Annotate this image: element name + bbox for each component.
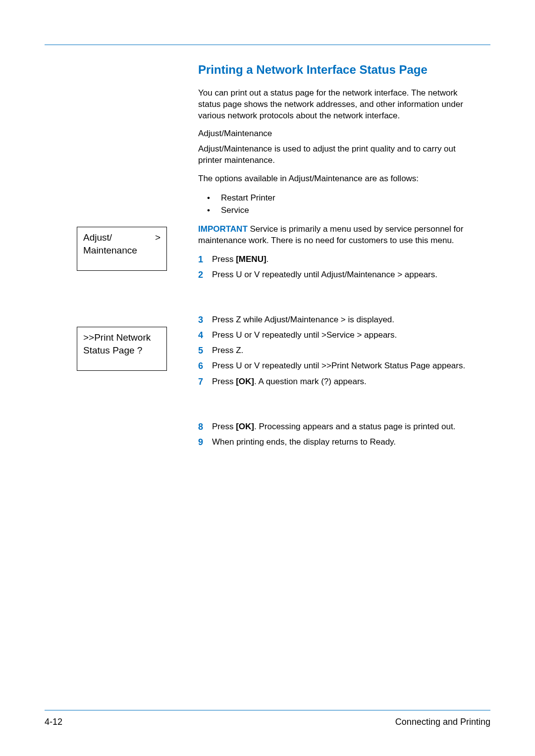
step-number: 9 [198, 436, 212, 449]
page-number: 4-12 [45, 717, 62, 727]
step-3: 3 Press Z while Adjust/Maintenance > is … [198, 314, 481, 326]
lcd-display-print-network: >>Print Network Status Page ? [77, 327, 167, 371]
step-text: Press [OK]. Processing appears and a sta… [212, 421, 481, 433]
step-text: Press U or V repeatedly until >>Print Ne… [212, 360, 481, 372]
lcd-display-adjust-maintenance: Adjust/ > Maintenance [77, 227, 167, 271]
option-item: Restart Printer [207, 192, 481, 204]
step-number: 1 [198, 253, 212, 266]
step-number: 2 [198, 269, 212, 281]
step-8: 8 Press [OK]. Processing appears and a s… [198, 421, 481, 433]
step-text: Press [OK]. A question mark (?) appears. [212, 376, 481, 388]
step-2: 2 Press U or V repeatedly until Adjust/M… [198, 269, 481, 281]
top-rule [45, 45, 490, 45]
step-number: 6 [198, 360, 212, 372]
step-text: When printing ends, the display returns … [212, 436, 481, 449]
lcd-line: Adjust/ > [83, 231, 160, 244]
step-9: 9 When printing ends, the display return… [198, 436, 481, 449]
page-title: Printing a Network Interface Status Page [198, 63, 481, 77]
step-7: 7 Press [OK]. A question mark (?) appear… [198, 376, 481, 388]
bottom-rule [45, 710, 490, 710]
lcd-line: Status Page ? [83, 344, 160, 357]
step-text: Press U or V repeatedly until Adjust/Mai… [212, 269, 481, 281]
step-number: 7 [198, 376, 212, 388]
step-number: 4 [198, 329, 212, 342]
page-footer: 4-12 Connecting and Printing [45, 717, 490, 727]
step-text: Press U or V repeatedly until >Service >… [212, 329, 481, 342]
step-text: Press Z. [212, 345, 481, 357]
section-title: Connecting and Printing [395, 717, 490, 727]
subheading-description: Adjust/Maintenance is used to adjust the… [198, 144, 481, 166]
important-note: IMPORTANT Service is primarily a menu us… [198, 224, 481, 247]
lcd-line: Maintenance [83, 244, 160, 257]
subheading: Adjust/Maintenance [198, 129, 481, 139]
step-text: Press Z while Adjust/Maintenance > is di… [212, 314, 481, 326]
step-1: 1 Press [MENU]. [198, 253, 481, 266]
main-content: Printing a Network Interface Status Page… [198, 63, 481, 449]
lcd-line: >>Print Network [83, 331, 160, 344]
step-4: 4 Press U or V repeatedly until >Service… [198, 329, 481, 342]
important-label: IMPORTANT [198, 224, 248, 234]
options-lead: The options available in Adjust/Maintena… [198, 173, 481, 185]
step-6: 6 Press U or V repeatedly until >>Print … [198, 360, 481, 372]
steps-list: 1 Press [MENU]. 2 Press U or V repeatedl… [198, 253, 481, 449]
step-text: Press [MENU]. [212, 253, 481, 266]
step-number: 3 [198, 314, 212, 326]
option-item: Service [207, 204, 481, 217]
intro-paragraph: You can print out a status page for the … [198, 88, 481, 122]
step-number: 8 [198, 421, 212, 433]
step-5: 5 Press Z. [198, 345, 481, 357]
step-number: 5 [198, 345, 212, 357]
options-list: Restart Printer Service [207, 192, 481, 217]
